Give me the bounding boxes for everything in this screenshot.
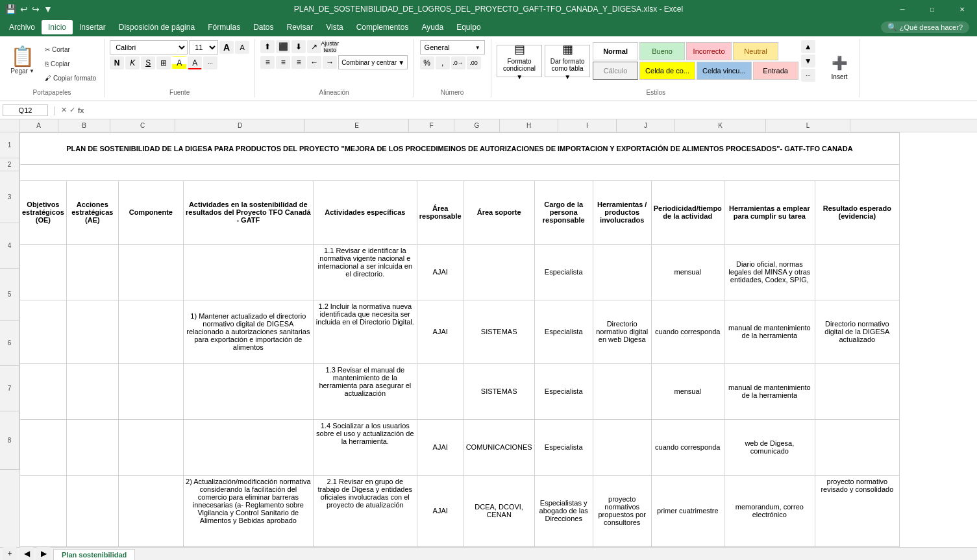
cell-8-j[interactable]: primer cuatrimestre (651, 475, 724, 547)
align-bot-btn[interactable]: ⬇ (291, 40, 306, 53)
merge-cells-btn[interactable]: Combinar y centrar▼ (338, 55, 408, 69)
row-num-4[interactable]: 4 (0, 223, 19, 269)
wrap-text-btn[interactable]: Ajustar texto (323, 40, 337, 53)
search-box[interactable]: ¿Qué desea hacer? (900, 23, 963, 31)
cell-6-g[interactable]: SISTEMAS (464, 363, 534, 419)
cell-7-i[interactable] (593, 419, 651, 475)
cell-4-k[interactable]: Diario oficial, normas legales del MINSA… (724, 244, 815, 300)
cell-4-d[interactable] (183, 244, 313, 300)
cell-7-g[interactable]: COMUNICACIONES (464, 419, 534, 475)
cell-8-a[interactable] (20, 475, 67, 547)
cell-7-f[interactable]: AJAI (417, 419, 464, 475)
row-num-6[interactable]: 6 (0, 321, 19, 366)
cell-5-k[interactable]: manual de mantenimiento de la herramient… (724, 300, 815, 363)
cell-7-e[interactable]: 1.4 Socializar a los usuarios sobre el u… (313, 419, 417, 475)
cell-8-b[interactable] (66, 475, 118, 547)
cell-4-h[interactable]: Especialista (534, 244, 593, 300)
cell-8-l[interactable]: proyecto normativo revisado y consolidad… (815, 475, 899, 547)
col-header-k[interactable]: K (675, 119, 766, 132)
menu-insertar[interactable]: Insertar (73, 20, 112, 34)
cancel-formula-icon[interactable]: ✕ (61, 106, 67, 114)
menu-complementos[interactable]: Complementos (350, 20, 415, 34)
cell-4-f[interactable]: AJAI (417, 244, 464, 300)
cell-4-i[interactable] (593, 244, 651, 300)
confirm-formula-icon[interactable]: ✓ (69, 106, 75, 114)
number-format-select[interactable]: General▼ (420, 40, 485, 55)
menu-disposicion[interactable]: Disposición de página (112, 20, 201, 34)
row-num-3[interactable]: 3 (0, 171, 19, 223)
col-header-d[interactable]: D (175, 119, 305, 132)
style-normal[interactable]: Normal (593, 42, 638, 60)
col-header-i[interactable]: I (558, 119, 617, 132)
cell-5-g[interactable]: SISTEMAS (464, 300, 534, 363)
align-mid-btn[interactable]: ⬛ (276, 40, 290, 53)
style-bad[interactable]: Incorrecto (686, 42, 732, 60)
cell-7-c[interactable] (118, 419, 183, 475)
style-celda-vin[interactable]: Celda vincu... (697, 62, 752, 80)
cell-6-c[interactable] (118, 363, 183, 419)
cell-6-h[interactable]: Especialista (534, 363, 593, 419)
cell-8-e[interactable]: 2.1 Revisar en grupo de trabajo de Diges… (313, 475, 417, 547)
cell-8-d[interactable]: 2) Actualización/modificación normativa … (183, 475, 313, 547)
sheet-tab-plan[interactable]: Plan sostenibilidad (53, 549, 135, 560)
cell-4-a[interactable] (20, 244, 67, 300)
cell-4-j[interactable]: mensual (651, 244, 724, 300)
copy-format-button[interactable]: 🖌Copiar formato (42, 71, 99, 84)
cell-8-g[interactable]: DCEA, DCOVI, CENAN (464, 475, 534, 547)
redo-icon[interactable]: ↪ (32, 4, 40, 14)
menu-inicio[interactable]: Inicio (42, 20, 73, 34)
col-header-l[interactable]: L (766, 119, 850, 132)
row-num-1[interactable]: 1 (0, 132, 19, 158)
underline-btn[interactable]: S (141, 56, 155, 69)
cell-5-l[interactable]: Directorio normativo digital de la DIGES… (815, 300, 899, 363)
cell-8-i[interactable]: proyecto normativos propuestos por consu… (593, 475, 651, 547)
cell-5-e[interactable]: 1.2 Incluir la normativa nueva identific… (313, 300, 417, 363)
style-entrada[interactable]: Entrada (753, 62, 798, 80)
col-header-g[interactable]: G (454, 119, 500, 132)
style-calc[interactable]: Cálculo (593, 62, 638, 80)
font-grow-btn[interactable]: A (219, 41, 234, 54)
customize-icon[interactable]: ▼ (43, 4, 53, 14)
cell-6-f[interactable] (417, 363, 464, 419)
percent-btn[interactable]: % (420, 56, 434, 69)
cell-5-h[interactable]: Especialista (534, 300, 593, 363)
styles-more[interactable]: ⋯ (801, 69, 815, 82)
font-size-select[interactable]: 11 (189, 40, 218, 55)
font-name-select[interactable]: Calibri (110, 40, 188, 55)
dec-dec-btn[interactable]: .00 (467, 56, 481, 69)
prev-sheet-btn[interactable]: ◀ (19, 547, 34, 560)
cell-5-b[interactable] (66, 300, 118, 363)
close-btn[interactable]: ✕ (947, 0, 977, 18)
col-header-f[interactable]: F (409, 119, 454, 132)
cell-7-a[interactable] (20, 419, 67, 475)
text-angle-btn[interactable]: ↗ (307, 40, 321, 53)
copy-button[interactable]: ⎘Copiar (42, 57, 99, 70)
menu-equipo[interactable]: Equipo (450, 20, 487, 34)
cell-5-a[interactable] (20, 300, 67, 363)
col-header-a[interactable]: A (19, 119, 58, 132)
cell-4-l[interactable] (815, 244, 899, 300)
minimize-btn[interactable]: ─ (887, 0, 917, 18)
row-num-5[interactable]: 5 (0, 269, 19, 321)
cell-6-a[interactable] (20, 363, 67, 419)
align-center-btn[interactable]: ≡ (276, 56, 290, 69)
col-header-h[interactable]: H (500, 119, 558, 132)
formula-input[interactable] (86, 105, 974, 116)
menu-archivo[interactable]: Archivo (3, 20, 42, 34)
cell-4-c[interactable] (118, 244, 183, 300)
font-color-btn[interactable]: A (188, 56, 202, 69)
cell-7-h[interactable]: Especialista (534, 419, 593, 475)
paste-button[interactable]: 📋 Pegar ▼ (5, 40, 40, 79)
cell-5-f[interactable]: AJAI (417, 300, 464, 363)
cell-6-j[interactable]: mensual (651, 363, 724, 419)
dec-inc-btn[interactable]: .0→ (451, 56, 465, 69)
undo-icon[interactable]: ↩ (20, 4, 28, 14)
row-num-7[interactable]: 7 (0, 366, 19, 411)
cell-4-b[interactable] (66, 244, 118, 300)
indent-inc-btn[interactable]: → (323, 56, 337, 69)
menu-ayuda[interactable]: Ayuda (415, 20, 450, 34)
cell-5-j[interactable]: cuando corresponda (651, 300, 724, 363)
bold-btn[interactable]: N (110, 56, 124, 69)
styles-scroll-down[interactable]: ▼ (801, 55, 815, 67)
cell-6-l[interactable] (815, 363, 899, 419)
